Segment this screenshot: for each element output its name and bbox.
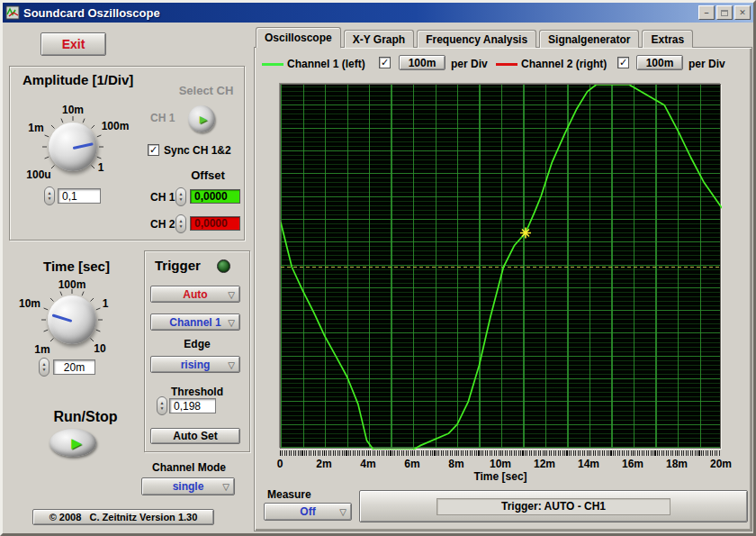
channel-legend: Channel 1 (left) ✓ 100m per Div Channel … [255, 48, 752, 77]
run-stop-button[interactable]: ▶ [50, 429, 96, 457]
x-tick-label: 6m [404, 458, 419, 470]
run-icon: ▶ [71, 436, 82, 450]
x-tick-label: 2m [316, 458, 331, 470]
x-tick-label: 10m [490, 458, 511, 470]
trigger-edge-dropdown[interactable]: rising ▽ [150, 356, 240, 373]
time-knob[interactable] [48, 295, 96, 344]
channel1-line-swatch [262, 63, 284, 66]
amplitude-knob-label-10m: 10m [62, 104, 84, 116]
sync-label: Sync CH 1&2 [164, 144, 231, 157]
tab-extras[interactable]: Extras [642, 30, 693, 48]
x-tick-label: 14m [578, 458, 599, 470]
amplitude-value-field[interactable]: 0,1 [58, 188, 101, 204]
trigger-edge-value: rising [181, 359, 211, 371]
amplitude-knob[interactable] [49, 123, 97, 171]
dropdown-arrow-icon: ▽ [339, 507, 346, 517]
trigger-status-bar: Trigger: AUTO - CH1 [359, 490, 748, 522]
window-title: Soundcard Oszilloscope [23, 6, 160, 20]
x-tick-label: 8m [448, 458, 464, 470]
channel1-checkbox[interactable]: ✓ [379, 57, 391, 68]
close-button[interactable]: ✕ [734, 5, 751, 20]
x-tick-label: 12m [534, 458, 555, 470]
check-icon: ✓ [381, 57, 389, 68]
x-tick-label: 0 [277, 458, 284, 470]
trigger-mode-dropdown[interactable]: Auto ▽ [150, 286, 240, 303]
maximize-icon [721, 10, 728, 16]
spin-down-icon: ▼ [42, 368, 47, 372]
spin-down-icon: ▼ [48, 196, 52, 201]
spin-down-icon: ▼ [179, 197, 184, 202]
x-tick-label: 20m [710, 458, 732, 470]
time-spinner[interactable]: ▲ ▼ [39, 358, 50, 377]
check-icon: ✓ [619, 57, 627, 68]
x-axis-labels: 02m4m6m8m10m12m14m16m18m20m [280, 458, 721, 470]
plot-area[interactable] [280, 84, 721, 449]
minimize-button[interactable]: – [698, 5, 715, 20]
trigger-title: Trigger [155, 258, 201, 273]
offset-title: Offset [181, 168, 235, 182]
sync-checkbox[interactable]: ✓ [148, 144, 159, 156]
channel1-per-div-value: 100m [399, 55, 446, 70]
close-icon: ✕ [739, 9, 746, 17]
channel-mode-value: single [173, 480, 204, 493]
dropdown-arrow-icon: ▽ [228, 317, 235, 327]
time-title: Time [sec] [36, 259, 117, 274]
amplitude-spinner[interactable]: ▲ ▼ [44, 186, 55, 205]
channel2-line-swatch [496, 63, 518, 66]
spin-down-icon: ▼ [179, 224, 184, 229]
minimize-icon: – [704, 9, 708, 17]
channel2-per-div-value: 100m [636, 55, 683, 70]
dropdown-arrow-icon: ▽ [222, 482, 230, 492]
trigger-status-text: Trigger: AUTO - CH1 [436, 498, 670, 515]
channel1-label: Channel 1 (left) [287, 58, 365, 70]
time-knob-label-1: 1 [103, 297, 109, 310]
amplitude-knob-needle [73, 142, 94, 150]
time-knob-label-min: 1m [34, 343, 50, 356]
offset-ch2-field[interactable]: 0,0000 [190, 216, 240, 231]
x-tick-label: 16m [622, 458, 644, 470]
offset-ch1-field[interactable]: 0,0000 [190, 189, 240, 204]
measure-dropdown[interactable]: Off ▽ [264, 503, 352, 521]
offset-ch2-spinner[interactable]: ▲ ▼ [176, 214, 186, 233]
trigger-led [217, 259, 230, 273]
select-ch-button[interactable]: ▶ [188, 105, 215, 132]
offset-ch1-spinner[interactable]: ▲ ▼ [176, 187, 186, 206]
oscilloscope-tab-panel: Channel 1 (left) ✓ 100m per Div Channel … [254, 47, 752, 531]
channel1-per-div-label: per Div [451, 58, 488, 70]
title-bar[interactable]: Soundcard Oszilloscope – ✕ [3, 3, 753, 23]
dropdown-arrow-icon: ▽ [228, 289, 235, 299]
threshold-field[interactable]: 0,198 [169, 398, 216, 413]
auto-set-button[interactable]: Auto Set [150, 428, 240, 444]
tab-oscilloscope[interactable]: Oscilloscope [256, 27, 341, 48]
x-axis-title: Time [sec] [280, 470, 721, 483]
channel2-checkbox[interactable]: ✓ [617, 57, 629, 68]
tab-strip: Oscilloscope X-Y Graph Frequency Analysi… [256, 27, 693, 48]
select-ch-label: Select CH [170, 84, 242, 97]
exit-button[interactable]: Exit [40, 32, 106, 56]
x-tick-label: 4m [360, 458, 375, 470]
amplitude-title: Amplitude [1/Div] [22, 72, 133, 87]
channel2-label: Channel 2 (right) [521, 58, 607, 70]
time-knob-label-100m: 100m [58, 278, 86, 291]
trigger-source-dropdown[interactable]: Channel 1 ▽ [150, 313, 240, 331]
spin-down-icon: ▼ [160, 406, 165, 411]
time-knob-label-max: 10 [94, 342, 105, 355]
amplitude-knob-label-100m: 100m [102, 120, 130, 132]
tab-xy-graph[interactable]: X-Y Graph [344, 30, 414, 48]
trigger-group: Trigger Auto ▽ Channel 1 ▽ Edge rising ▽… [144, 250, 250, 452]
time-knob-label-10m: 10m [19, 297, 40, 310]
waveform-trace [281, 85, 722, 450]
channel-mode-dropdown[interactable]: single ▽ [141, 477, 235, 495]
trigger-mode-value: Auto [183, 288, 207, 301]
trigger-source-value: Channel 1 [169, 316, 220, 329]
tab-frequency-analysis[interactable]: Frequency Analysis [417, 30, 536, 48]
run-stop-title: Run/Stop [36, 409, 135, 425]
maximize-button[interactable] [716, 5, 733, 20]
version-bar[interactable]: © 2008 C. Zeitnitz Version 1.30 [32, 509, 214, 525]
time-value-field[interactable]: 20m [53, 359, 95, 375]
x-axis-ticks [280, 450, 721, 456]
tab-signalgenerator[interactable]: Signalgenerator [539, 30, 639, 48]
threshold-spinner[interactable]: ▲ ▼ [157, 396, 167, 415]
edge-label: Edge [145, 338, 249, 350]
check-icon: ✓ [149, 144, 158, 155]
